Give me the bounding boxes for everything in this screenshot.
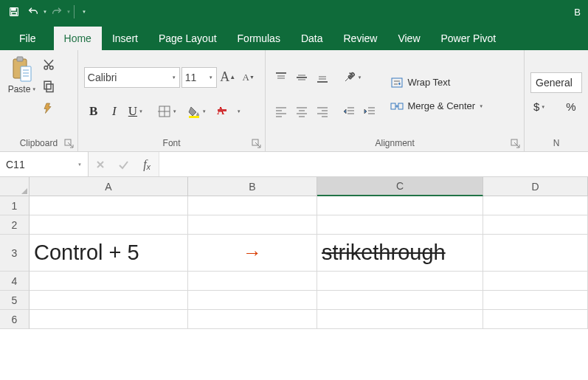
group-font: Calibri▼ 11▼ A▲ A▼ B I U▼ ▼ ▼ A▼ Font <box>78 50 266 151</box>
tab-page-layout[interactable]: Page Layout <box>148 27 227 50</box>
cell[interactable] <box>483 196 588 215</box>
enter-icon[interactable] <box>113 154 134 175</box>
cell-B3-value: → <box>243 241 262 264</box>
decrease-font-icon[interactable]: A▼ <box>239 68 258 87</box>
align-middle-icon[interactable] <box>292 68 311 87</box>
align-right-icon[interactable] <box>313 102 332 121</box>
cell[interactable] <box>30 272 188 291</box>
cell[interactable] <box>188 215 317 235</box>
title-bar: ▼ ▼ ▼ B <box>0 0 588 24</box>
cell-B3[interactable]: → <box>188 235 317 272</box>
tab-file[interactable]: File <box>9 27 54 50</box>
cell[interactable] <box>483 235 588 272</box>
svg-rect-18 <box>218 109 226 111</box>
insert-function-icon[interactable]: fx <box>136 154 157 175</box>
font-name-combo[interactable]: Calibri▼ <box>84 67 180 88</box>
select-all-corner[interactable] <box>0 177 30 196</box>
cell-A3[interactable]: Control + 5 <box>30 235 188 272</box>
chevron-down-icon: ▼ <box>209 75 213 80</box>
row-header[interactable]: 6 <box>0 310 30 329</box>
tab-review[interactable]: Review <box>333 27 388 50</box>
undo-icon[interactable] <box>24 2 43 21</box>
name-box-value: C11 <box>6 159 25 170</box>
svg-rect-50 <box>398 103 403 109</box>
align-left-icon[interactable] <box>271 102 291 121</box>
paste-label: Paste <box>8 84 31 94</box>
cell[interactable] <box>188 272 317 291</box>
cell[interactable] <box>317 215 483 235</box>
cell[interactable] <box>317 310 483 329</box>
number-format-combo[interactable]: General <box>530 72 582 93</box>
row-header[interactable]: 2 <box>0 215 30 235</box>
cell[interactable] <box>188 310 317 329</box>
increase-font-icon[interactable]: A▲ <box>218 68 238 87</box>
col-header-A[interactable]: A <box>30 177 188 196</box>
format-painter-icon[interactable] <box>40 99 58 117</box>
cell[interactable] <box>317 272 483 291</box>
borders-button[interactable]: ▼ <box>155 102 183 121</box>
row-header[interactable]: 4 <box>0 272 30 291</box>
accounting-format-button[interactable]: $▼ <box>530 97 558 117</box>
row-header[interactable]: 1 <box>0 196 30 215</box>
copy-icon[interactable] <box>40 77 58 95</box>
col-header-D[interactable]: D <box>483 177 588 196</box>
svg-rect-48 <box>392 78 402 87</box>
tab-power-pivot[interactable]: Power Pivot <box>431 27 507 50</box>
wrap-text-button[interactable]: Wrap Text <box>385 73 488 92</box>
percent-format-button[interactable]: % <box>561 97 581 117</box>
font-color-button[interactable]: A▼ <box>214 102 242 121</box>
dialog-launcher-icon[interactable] <box>511 139 521 149</box>
save-icon[interactable] <box>4 2 24 21</box>
bold-button[interactable]: B <box>84 102 103 121</box>
cancel-icon[interactable] <box>90 154 111 175</box>
group-alignment-label: Alignment <box>376 138 415 148</box>
align-center-icon[interactable] <box>292 102 311 121</box>
cell[interactable] <box>30 215 188 235</box>
svg-rect-1 <box>12 8 15 10</box>
col-header-C[interactable]: C <box>317 177 483 196</box>
name-box[interactable]: C11 ▼ <box>0 152 89 176</box>
spreadsheet-grid: A B C D 1 2 3 Control + 5 → strikethroug… <box>0 177 588 329</box>
redo-icon[interactable] <box>47 2 66 21</box>
formula-input[interactable] <box>159 152 588 176</box>
row-header[interactable]: 5 <box>0 291 30 310</box>
tab-formulas[interactable]: Formulas <box>227 27 291 50</box>
cell[interactable] <box>483 291 588 310</box>
cell[interactable] <box>317 196 483 215</box>
tab-data[interactable]: Data <box>291 27 333 50</box>
cell[interactable] <box>483 310 588 329</box>
redo-dropdown-icon[interactable]: ▼ <box>66 10 71 14</box>
row-header[interactable]: 3 <box>0 235 30 272</box>
qat-customize-icon[interactable]: ▼ <box>82 10 86 14</box>
cell[interactable] <box>483 272 588 291</box>
paste-button[interactable]: Paste▼ <box>6 55 38 118</box>
cell-C3[interactable]: strikethrough <box>317 235 483 272</box>
font-size-combo[interactable]: 11▼ <box>181 67 217 88</box>
cell[interactable] <box>30 291 188 310</box>
increase-indent-icon[interactable] <box>360 102 379 121</box>
align-bottom-icon[interactable] <box>313 68 332 87</box>
decrease-indent-icon[interactable] <box>339 102 359 121</box>
align-top-icon[interactable] <box>271 68 291 87</box>
dialog-launcher-icon[interactable] <box>252 139 262 149</box>
cell[interactable] <box>317 291 483 310</box>
cell[interactable] <box>188 196 317 215</box>
cut-icon[interactable] <box>40 56 58 74</box>
cell[interactable] <box>30 196 188 215</box>
tab-insert[interactable]: Insert <box>102 27 148 50</box>
title-text: B <box>574 7 584 18</box>
underline-button[interactable]: U▼ <box>125 102 153 121</box>
cell[interactable] <box>188 291 317 310</box>
fill-color-button[interactable]: ▼ <box>184 102 212 121</box>
merge-center-button[interactable]: Merge & Center ▼ <box>385 97 488 116</box>
tab-home[interactable]: Home <box>54 27 102 50</box>
svg-rect-49 <box>391 103 395 109</box>
dialog-launcher-icon[interactable] <box>64 139 75 149</box>
cell[interactable] <box>30 310 188 329</box>
col-header-B[interactable]: B <box>188 177 317 196</box>
orientation-button[interactable]: ab▼ <box>339 68 367 87</box>
tab-view[interactable]: View <box>387 27 430 50</box>
cell[interactable] <box>483 215 588 235</box>
svg-rect-2 <box>12 13 17 15</box>
italic-button[interactable]: I <box>105 102 124 121</box>
